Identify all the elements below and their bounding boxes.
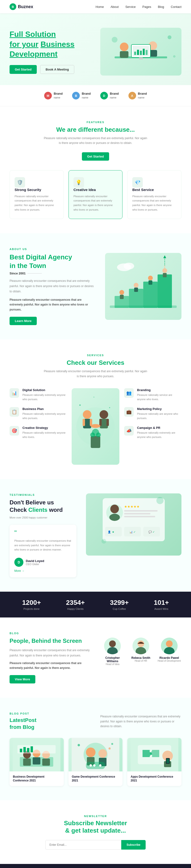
about-label: ABOUT US xyxy=(9,248,96,250)
brand-3: D Brandname xyxy=(100,92,119,99)
service-digital: 📊 Digital Solution Pleasure rationally e… xyxy=(9,388,67,401)
blog-img-1 xyxy=(9,738,64,771)
svg-point-35 xyxy=(83,410,91,419)
services-title: Check our Services xyxy=(9,359,182,367)
book-meeting-button[interactable]: Book A Meeting xyxy=(40,65,74,74)
about-illustration xyxy=(105,253,182,320)
svg-text:💬 ✓: 💬 ✓ xyxy=(149,530,155,533)
svg-point-93 xyxy=(99,749,107,758)
blog-header: BLOG POST LatestPostfrom Blog Pleasure r… xyxy=(9,712,182,731)
blog-card-3[interactable]: Apps Development Conference 2021 xyxy=(127,738,182,786)
svg-point-39 xyxy=(100,410,108,419)
blog-cards: Business Development Conference 2021 xyxy=(9,738,182,786)
service-branding: 👥 Branding Pleasure rationally service a… xyxy=(124,388,182,401)
author-name: David Loyed xyxy=(26,559,44,563)
newsletter-email-input[interactable] xyxy=(45,840,121,849)
features-section: FEATURES We are different because... Ple… xyxy=(0,106,191,233)
brand-1: M Brandname xyxy=(44,92,63,99)
nav-about[interactable]: About xyxy=(111,5,119,9)
svg-point-13 xyxy=(112,37,117,42)
team-view-more-button[interactable]: View More xyxy=(9,675,35,683)
svg-rect-9 xyxy=(140,51,142,55)
svg-rect-12 xyxy=(139,57,143,59)
service-title-3: Creative Strategy xyxy=(23,426,67,430)
member-role-2: Head of HR xyxy=(129,659,153,662)
brand-4: A Brandname xyxy=(128,92,147,99)
testimonial-more-link[interactable]: More → xyxy=(14,569,72,572)
service-desc-1: Pleasure rationally extremely anyone who… xyxy=(23,393,67,401)
logo-icon: B xyxy=(9,3,16,10)
stat-label-4: Award Wins xyxy=(154,608,169,610)
svg-rect-88 xyxy=(31,746,33,752)
feature-desc-3: Pleasure rationally encounter consequenc… xyxy=(132,194,177,212)
features-get-started-button[interactable]: Get Started xyxy=(82,152,109,161)
svg-point-74 xyxy=(166,641,173,647)
testimonials-section: TESTIMONIALS Don't Believe usCheck Clien… xyxy=(0,479,191,592)
service-campaign: 📣 Campaign & PR Pleasure rationally extr… xyxy=(124,426,182,439)
blog-card-1[interactable]: Business Development Conference 2021 xyxy=(9,738,64,786)
svg-rect-2 xyxy=(120,51,128,58)
testimonials-label: TESTIMONIALS xyxy=(9,493,76,496)
nav-blog[interactable]: Blog xyxy=(158,5,164,9)
newsletter-subscribe-button[interactable]: Subscribe xyxy=(121,840,146,849)
svg-point-66 xyxy=(102,539,106,544)
team-text: BLOG People, Behind the Screen Pleasure … xyxy=(9,632,91,683)
svg-rect-107 xyxy=(166,758,169,763)
feature-desc-2: Pleasure rationally encounter consequenc… xyxy=(74,194,118,212)
svg-text:✦: ✦ xyxy=(79,404,81,407)
svg-point-46 xyxy=(90,432,95,437)
svg-text:✦: ✦ xyxy=(93,396,95,398)
svg-point-97 xyxy=(93,764,96,767)
feature-card-creative: 💡 Creative Idea Pleasure rationally enco… xyxy=(69,170,123,219)
shield-icon: 🛡️ xyxy=(14,177,25,188)
svg-rect-44 xyxy=(91,436,100,448)
service-title-4: Branding xyxy=(137,388,182,392)
newsletter-title: Subscribe Newsletter& get latest update.… xyxy=(9,819,182,834)
svg-point-98 xyxy=(99,764,102,767)
member-avatar-2 xyxy=(132,638,149,654)
quote-mark: " xyxy=(14,529,72,536)
svg-rect-81 xyxy=(33,757,40,765)
svg-point-65 xyxy=(156,497,163,504)
svg-point-25 xyxy=(134,283,139,287)
blog-card-2[interactable]: Game Development Conference 2021 xyxy=(69,738,123,786)
nav-contact[interactable]: Contact xyxy=(171,5,182,9)
svg-point-53 xyxy=(110,505,119,513)
feature-title-1: Strong Security xyxy=(14,188,59,192)
member-role-3: Head of Development xyxy=(157,659,182,662)
svg-point-68 xyxy=(109,641,116,647)
testimonials-title: Don't Believe usCheck Clients word xyxy=(9,499,76,514)
service-creative: 🎯 Creative Strategy Pleasure rationally … xyxy=(9,426,67,439)
marketing-icon: 💼 xyxy=(124,407,134,417)
svg-marker-22 xyxy=(163,255,166,258)
svg-rect-26 xyxy=(134,287,138,292)
nav-home[interactable]: Home xyxy=(96,5,104,9)
svg-point-100 xyxy=(111,743,113,745)
about-learn-more-button[interactable]: Learn More xyxy=(9,317,37,325)
get-started-button[interactable]: Get Started xyxy=(9,65,37,74)
member-name-1: Cristopher Williams xyxy=(100,656,125,663)
branding-icon: 👥 xyxy=(124,388,134,398)
features-label: FEATURES xyxy=(9,121,182,124)
svg-rect-7 xyxy=(134,52,136,55)
business-icon: 📋 xyxy=(9,407,19,417)
testimonials-illustration: ★★★★★ 👤 ★ 📊 ✓ 💬 ✓ xyxy=(86,493,182,556)
testimonials-visual: ★★★★★ 👤 ★ 📊 ✓ 💬 ✓ xyxy=(86,493,182,556)
blog-section: BLOG POST LatestPostfrom Blog Pleasure r… xyxy=(0,698,191,800)
svg-text:★★★★★: ★★★★★ xyxy=(124,505,140,508)
about-highlight: Pleasure rationally encounter consequenc… xyxy=(9,298,96,312)
testimonials-info: TESTIMONIALS Don't Believe usCheck Clien… xyxy=(9,493,76,577)
svg-point-99 xyxy=(78,744,80,746)
bulb-icon: 💡 xyxy=(74,177,84,188)
stats-bar: 1200+ Projects done 2354+ Happy Clients … xyxy=(0,592,191,618)
svg-rect-19 xyxy=(143,282,158,308)
nav-pages[interactable]: Pages xyxy=(142,5,151,9)
stat-label-3: Cup Coffee xyxy=(110,608,129,610)
brand-icon-3: D xyxy=(100,92,108,99)
nav-service[interactable]: Service xyxy=(125,5,136,9)
svg-rect-56 xyxy=(124,510,158,512)
svg-point-15 xyxy=(173,55,176,58)
brand-icon-1: M xyxy=(44,92,52,99)
svg-text:👤 ★: 👤 ★ xyxy=(108,530,114,533)
feature-cards: 🛡️ Strong Security Pleasure rationally e… xyxy=(9,170,182,219)
